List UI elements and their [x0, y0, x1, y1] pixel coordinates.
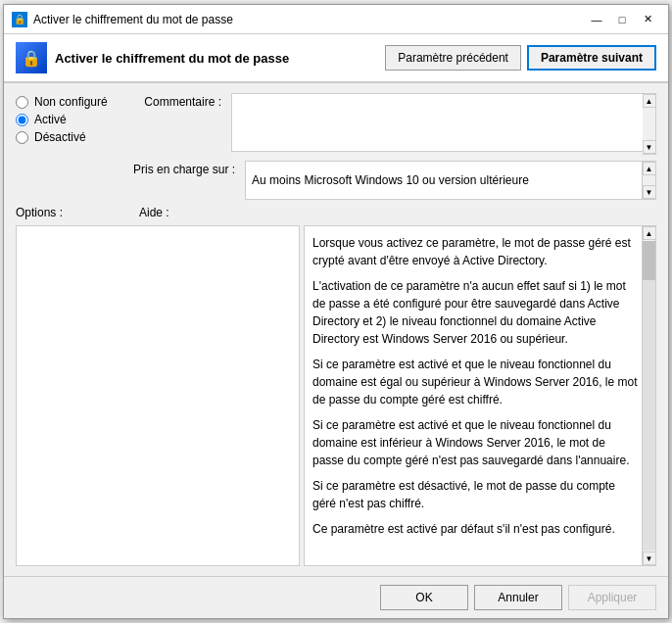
help-p6: Ce paramètre est activé par défaut s'il …	[312, 520, 640, 538]
header-title: Activer le chiffrement du mot de passe	[55, 51, 289, 66]
comment-textarea[interactable]	[231, 93, 656, 152]
options-label: Options :	[16, 206, 133, 219]
radio-desactive-input[interactable]	[16, 131, 28, 144]
radio-non-configure-input[interactable]	[16, 96, 28, 109]
panels-row: Lorsque vous activez ce paramètre, le mo…	[16, 225, 656, 566]
help-scrollbar: ▲ ▼	[642, 226, 655, 565]
dialog-window: 🔒 Activer le chiffrement du mot de passe…	[3, 4, 669, 619]
maximize-button[interactable]: □	[609, 11, 635, 28]
help-text-content: Lorsque vous activez ce paramètre, le mo…	[305, 226, 655, 565]
radio-column: Non configuré Activé Désactivé	[16, 93, 133, 200]
help-scroll-up[interactable]: ▲	[643, 226, 656, 240]
minimize-button[interactable]: —	[584, 11, 609, 28]
header-bar: 🔒 Activer le chiffrement du mot de passe…	[4, 34, 668, 83]
right-fields: Commentaire : ▲ ▼ Pris en charge sur :	[133, 93, 656, 200]
top-section: Non configuré Activé Désactivé Commentai…	[16, 93, 656, 200]
radio-non-configure-label: Non configuré	[34, 95, 108, 109]
header-buttons: Paramètre précédent Paramètre suivant	[385, 45, 656, 71]
comment-scroll-down[interactable]: ▼	[643, 140, 656, 154]
close-button[interactable]: ✕	[635, 11, 660, 28]
supported-scroll-down[interactable]: ▼	[643, 185, 656, 199]
title-bar: 🔒 Activer le chiffrement du mot de passe…	[4, 5, 668, 34]
help-scroll-thumb[interactable]	[643, 241, 656, 280]
radio-active[interactable]: Activé	[16, 113, 133, 126]
footer: OK Annuler Appliquer	[4, 576, 668, 618]
supported-scrollbar: ▲ ▼	[642, 162, 655, 199]
help-label: Aide :	[133, 206, 656, 219]
next-button[interactable]: Paramètre suivant	[527, 45, 656, 71]
supported-section: Pris en charge sur : Au moins Microsoft …	[133, 161, 656, 200]
radio-active-input[interactable]	[16, 114, 28, 126]
prev-button[interactable]: Paramètre précédent	[385, 45, 521, 71]
help-p4: Si ce paramètre est activé et que le niv…	[312, 416, 640, 469]
help-scroll-down[interactable]: ▼	[643, 551, 656, 565]
radio-active-label: Activé	[34, 113, 67, 126]
content-area: Non configuré Activé Désactivé Commentai…	[4, 83, 668, 576]
help-scroll-track	[643, 241, 656, 551]
comment-textarea-container: ▲ ▼	[231, 93, 656, 155]
title-bar-text: Activer le chiffrement du mot de passe	[33, 13, 584, 26]
help-p5: Si ce paramètre est désactivé, le mot de…	[312, 477, 640, 512]
apply-button[interactable]: Appliquer	[568, 585, 656, 610]
help-p2: L'activation de ce paramètre n'a aucun e…	[312, 277, 640, 348]
comment-scroll-up[interactable]: ▲	[643, 94, 656, 108]
supported-scroll-up[interactable]: ▲	[643, 162, 656, 175]
help-p1: Lorsque vous activez ce paramètre, le mo…	[312, 234, 640, 269]
options-panel	[16, 225, 300, 566]
radio-desactive-label: Désactivé	[34, 130, 86, 144]
title-bar-icon: 🔒	[12, 12, 27, 27]
ok-button[interactable]: OK	[380, 585, 468, 610]
supported-label: Pris en charge sur :	[133, 161, 235, 176]
radio-desactive[interactable]: Désactivé	[16, 130, 133, 144]
help-panel: Lorsque vous activez ce paramètre, le mo…	[304, 225, 656, 566]
radio-non-configure[interactable]: Non configuré	[16, 95, 133, 109]
cancel-button[interactable]: Annuler	[474, 585, 562, 610]
comment-label: Commentaire :	[133, 93, 221, 109]
comment-scrollbar: ▲ ▼	[643, 93, 656, 155]
comment-section: Commentaire : ▲ ▼	[133, 93, 656, 155]
supported-value-box: Au moins Microsoft Windows 10 ou version…	[245, 161, 656, 200]
supported-value: Au moins Microsoft Windows 10 ou version…	[252, 173, 545, 187]
help-p3: Si ce paramètre est activé et que le niv…	[312, 356, 640, 408]
header-icon: 🔒	[16, 42, 47, 73]
header-left: 🔒 Activer le chiffrement du mot de passe	[16, 42, 289, 73]
title-bar-controls: — □ ✕	[584, 11, 660, 28]
options-help-labels: Options : Aide :	[16, 206, 656, 219]
